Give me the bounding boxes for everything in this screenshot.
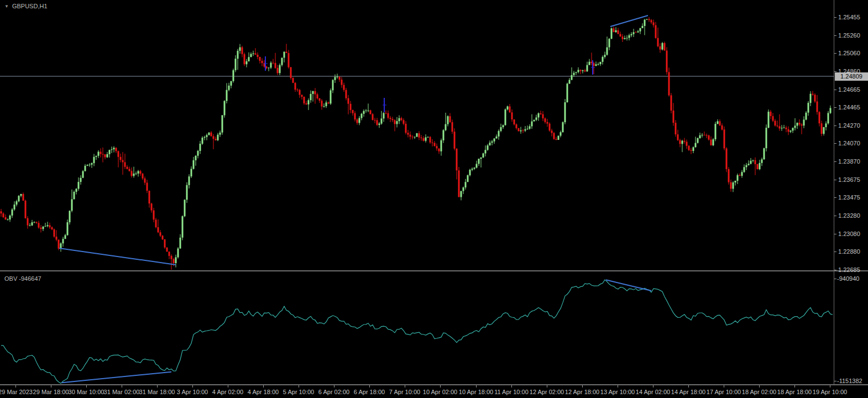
- price-axis-tick: [834, 252, 836, 252]
- time-axis-tick: [157, 385, 158, 387]
- obv-axis-label: -1151382: [837, 378, 862, 384]
- trendline[interactable]: [59, 248, 176, 265]
- time-axis-tick: [334, 385, 334, 387]
- price-axis-tick: [834, 90, 836, 90]
- time-axis-label: 29 Mar 2023: [0, 389, 33, 395]
- time-axis-tick: [369, 385, 370, 387]
- time-axis-label: 18 Apr 18:00: [777, 389, 812, 395]
- time-axis-label: 29 Mar 18:00: [33, 389, 69, 395]
- price-axis-label: 1.25260: [838, 32, 860, 39]
- time-axis-label: 6 Apr 02:00: [318, 389, 349, 395]
- panel-separator[interactable]: [0, 270, 868, 271]
- time-axis-label: 17 Apr 10:00: [707, 389, 741, 395]
- price-axis-tick: [834, 180, 836, 180]
- time-axis-tick: [759, 385, 760, 387]
- price-axis-tick: [834, 125, 836, 126]
- dropdown-triangle-icon[interactable]: ▼: [4, 4, 9, 9]
- time-axis-tick: [476, 385, 477, 387]
- time-axis-tick: [724, 385, 724, 387]
- price-axis[interactable]: 1.24809 1.254551.252601.250601.248601.24…: [834, 0, 868, 384]
- current-price-label: 1.24809: [835, 72, 868, 81]
- price-axis-tick: [834, 216, 836, 216]
- time-axis-tick: [263, 385, 264, 387]
- price-axis-label: 1.25455: [838, 14, 860, 20]
- price-axis-label: 1.23280: [838, 212, 860, 219]
- time-axis-label: 10 Apr 18:00: [459, 389, 493, 395]
- chart-window: ▼GBPUSD,H1 OBV -946647 1.24809 1.254551.…: [0, 0, 868, 398]
- price-axis-tick: [834, 270, 836, 270]
- price-axis-tick: [834, 17, 836, 18]
- time-axis-label: 3 Apr 10:00: [177, 389, 208, 395]
- price-axis-label: 1.23675: [838, 176, 860, 183]
- price-axis-tick: [834, 143, 836, 144]
- price-axis-label: 1.22685: [838, 266, 860, 273]
- obv-axis-label: -940940: [837, 275, 859, 282]
- price-axis-label: 1.24665: [838, 86, 860, 93]
- obv-trendline[interactable]: [62, 372, 171, 383]
- obv-axis-tick: [834, 381, 836, 381]
- time-axis-tick: [653, 385, 653, 387]
- candles-layer: [1, 17, 832, 270]
- time-axis-label: 18 Apr 02:00: [742, 389, 776, 395]
- price-axis-label: 1.25060: [838, 50, 860, 56]
- time-axis-label: 19 Apr 10:00: [813, 389, 847, 395]
- time-axis-label: 13 Apr 10:00: [600, 389, 635, 395]
- price-axis-label: 1.22880: [838, 248, 860, 255]
- time-axis-label: 14 Apr 18:00: [671, 389, 705, 395]
- obv-panel-chart[interactable]: [0, 271, 834, 384]
- time-axis-label: 5 Apr 10:00: [283, 389, 314, 395]
- time-axis-label: 7 Apr 10:00: [389, 389, 420, 395]
- time-axis-tick: [51, 385, 51, 387]
- time-axis-tick: [122, 385, 122, 387]
- symbol-period-label[interactable]: ▼GBPUSD,H1: [4, 3, 48, 9]
- time-axis-label: 14 Apr 02:00: [636, 389, 670, 395]
- price-axis-tick: [834, 107, 836, 108]
- price-axis-label: 1.23475: [838, 194, 860, 201]
- obv-trendlines-layer[interactable]: [62, 280, 651, 383]
- time-axis[interactable]: 29 Mar 202329 Mar 18:0030 Mar 10:0031 Ma…: [0, 385, 868, 398]
- time-axis-tick: [192, 385, 193, 387]
- price-axis-tick: [834, 71, 836, 72]
- time-axis-label: 10 Apr 02:00: [423, 389, 457, 395]
- time-axis-tick: [618, 385, 618, 387]
- main-chart[interactable]: [0, 0, 834, 271]
- time-axis-tick: [830, 385, 830, 387]
- symbol-label-text: GBPUSD,H1: [12, 3, 48, 9]
- time-axis-tick: [299, 385, 299, 387]
- price-axis-label: 1.24070: [838, 140, 860, 146]
- time-axis-label: 31 Mar 02:00: [104, 389, 140, 395]
- price-axis-tick: [834, 197, 836, 198]
- time-axis-tick: [440, 385, 441, 387]
- time-axis-label: 6 Apr 18:00: [354, 389, 385, 395]
- doji-markers-layer: [264, 56, 595, 112]
- time-axis-tick: [688, 385, 689, 387]
- time-axis-tick: [547, 385, 547, 387]
- time-axis-tick: [86, 385, 87, 387]
- obv-axis-tick: [834, 279, 836, 279]
- time-axis-tick: [405, 385, 405, 387]
- time-axis-tick: [228, 385, 228, 387]
- obv-value-label: OBV -946647: [4, 275, 41, 282]
- time-axis-label: 12 Apr 02:00: [530, 389, 564, 395]
- time-axis-label: 4 Apr 02:00: [212, 389, 243, 395]
- obv-line: [1, 280, 833, 383]
- price-axis-label: 1.24465: [838, 104, 860, 111]
- time-axis-label: 30 Mar 10:00: [69, 389, 104, 395]
- price-axis-label: 1.24270: [838, 122, 860, 129]
- time-axis-tick: [794, 385, 795, 387]
- time-axis-label: 31 Mar 18:00: [139, 389, 175, 395]
- trendlines-layer[interactable]: [59, 15, 648, 265]
- time-axis-tick: [511, 385, 512, 387]
- time-axis-tick: [582, 385, 583, 387]
- price-axis-label: 1.23870: [838, 158, 860, 165]
- time-axis-label: 11 Apr 10:00: [494, 389, 529, 395]
- time-axis-tick: [15, 385, 16, 387]
- time-axis-label: 12 Apr 18:00: [565, 389, 599, 395]
- time-axis-label: 4 Apr 18:00: [248, 389, 279, 395]
- price-axis-tick: [834, 161, 836, 162]
- price-axis-tick: [834, 35, 836, 36]
- price-axis-label: 1.23080: [838, 231, 860, 237]
- price-axis-tick: [834, 53, 836, 54]
- price-axis-tick: [834, 234, 836, 234]
